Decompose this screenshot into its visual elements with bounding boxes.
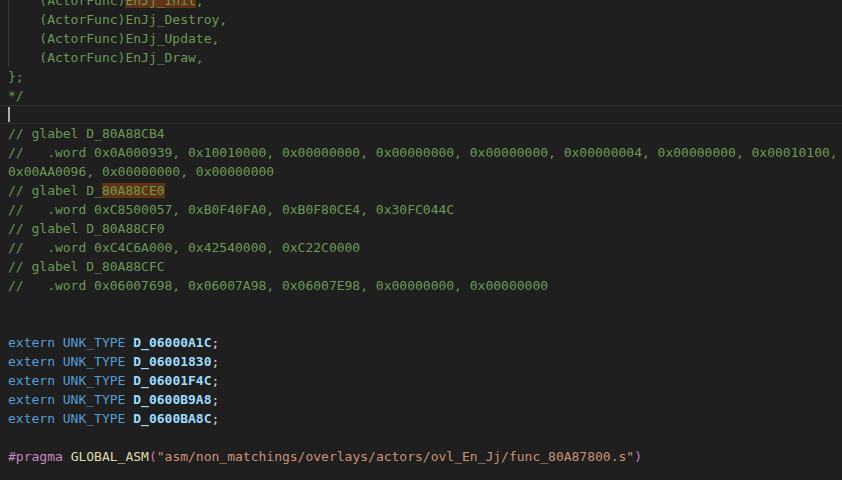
token-comment: , bbox=[196, 0, 204, 8]
code-line[interactable]: #pragma GLOBAL_ASM("asm/non_matchings/ov… bbox=[0, 447, 842, 466]
code-line-current[interactable] bbox=[0, 105, 842, 124]
code-line[interactable]: */ bbox=[0, 86, 842, 105]
token-comment: // .word 0x06007698, 0x06007A98, 0x06007… bbox=[8, 278, 548, 293]
token-bracket: ) bbox=[634, 449, 642, 464]
token-plain bbox=[55, 335, 63, 350]
token-comment: // glabel D_ bbox=[8, 183, 102, 198]
token-keyword: extern bbox=[8, 354, 55, 369]
token-plain bbox=[63, 449, 71, 464]
code-line[interactable]: // glabel D_80A88CE0 bbox=[0, 181, 842, 200]
token-punct: ; bbox=[212, 373, 220, 388]
code-line[interactable]: // .word 0x06007698, 0x06007A98, 0x06007… bbox=[0, 276, 842, 295]
code-line[interactable] bbox=[0, 428, 842, 447]
token-punct: ; bbox=[212, 411, 220, 426]
token-comment: // .word 0x0A000939, 0x10010000, 0x00000… bbox=[8, 145, 842, 179]
token-type: UNK_TYPE bbox=[63, 373, 126, 388]
token-type: UNK_TYPE bbox=[63, 354, 126, 369]
token-pragma_directive: #pragma bbox=[8, 449, 63, 464]
code-line[interactable]: (ActorFunc)EnJj_Update, bbox=[0, 29, 842, 48]
find-match-highlight: 80A88CE0 bbox=[102, 183, 165, 198]
token-keyword: extern bbox=[8, 411, 55, 426]
token-keyword: extern bbox=[8, 335, 55, 350]
code-line[interactable] bbox=[0, 295, 842, 314]
token-type: UNK_TYPE bbox=[63, 392, 126, 407]
code-line[interactable]: (ActorFunc)EnJj_Init, bbox=[0, 0, 842, 10]
token-punct: ; bbox=[212, 392, 220, 407]
token-plain bbox=[55, 392, 63, 407]
code-line[interactable]: (ActorFunc)EnJj_Draw, bbox=[0, 48, 842, 67]
code-line[interactable]: // .word 0xC8500057, 0xB0F40FA0, 0xB0F80… bbox=[0, 200, 842, 219]
token-keyword: extern bbox=[8, 373, 55, 388]
code-editor[interactable]: (ActorFunc)EnJj_Init, (ActorFunc)EnJj_De… bbox=[0, 0, 842, 480]
code-line[interactable] bbox=[0, 314, 842, 333]
find-match-highlight: EnJj_Init bbox=[125, 0, 195, 8]
token-comment: // .word 0xC8500057, 0xB0F40FA0, 0xB0F80… bbox=[8, 202, 454, 217]
token-type: UNK_TYPE bbox=[63, 335, 126, 350]
token-comment: // glabel D_80A88CFC bbox=[8, 259, 165, 274]
token-comment: (ActorFunc)EnJj_Destroy, bbox=[8, 12, 227, 27]
token-variable: D_0600B9A8 bbox=[133, 392, 211, 407]
code-line[interactable]: // glabel D_80A88CFC bbox=[0, 257, 842, 276]
token-comment: }; bbox=[8, 69, 24, 84]
token-plain bbox=[55, 354, 63, 369]
token-comment: */ bbox=[8, 88, 24, 103]
token-variable: D_06000A1C bbox=[133, 335, 211, 350]
token-variable: D_06001830 bbox=[133, 354, 211, 369]
code-line[interactable]: }; bbox=[0, 67, 842, 86]
code-line[interactable]: // glabel D_80A88CB4 bbox=[0, 124, 842, 143]
code-line[interactable]: extern UNK_TYPE D_0600B9A8; bbox=[0, 390, 842, 409]
token-plain bbox=[55, 373, 63, 388]
token-comment: (ActorFunc)EnJj_Draw, bbox=[8, 50, 204, 65]
token-comment: // glabel D_80A88CF0 bbox=[8, 221, 165, 236]
token-punct: ; bbox=[212, 335, 220, 350]
text-cursor bbox=[8, 107, 10, 122]
token-keyword: extern bbox=[8, 392, 55, 407]
code-line[interactable]: extern UNK_TYPE D_06000A1C; bbox=[0, 333, 842, 352]
token-comment: (ActorFunc) bbox=[8, 0, 125, 8]
code-line[interactable]: // .word 0xC4C6A000, 0x42540000, 0xC22C0… bbox=[0, 238, 842, 257]
code-line[interactable]: // .word 0x0A000939, 0x10010000, 0x00000… bbox=[0, 143, 842, 181]
token-comment: (ActorFunc)EnJj_Update, bbox=[8, 31, 219, 46]
code-lines: (ActorFunc)EnJj_Init, (ActorFunc)EnJj_De… bbox=[0, 0, 842, 466]
code-line[interactable]: extern UNK_TYPE D_06001830; bbox=[0, 352, 842, 371]
token-variable: D_06001F4C bbox=[133, 373, 211, 388]
token-macro: GLOBAL_ASM bbox=[71, 449, 149, 464]
token-type: UNK_TYPE bbox=[63, 411, 126, 426]
token-comment: // glabel D_80A88CB4 bbox=[8, 126, 165, 141]
code-line[interactable]: extern UNK_TYPE D_0600BA8C; bbox=[0, 409, 842, 428]
token-comment: // .word 0xC4C6A000, 0x42540000, 0xC22C0… bbox=[8, 240, 360, 255]
code-line[interactable]: (ActorFunc)EnJj_Destroy, bbox=[0, 10, 842, 29]
token-variable: D_0600BA8C bbox=[133, 411, 211, 426]
code-line[interactable]: extern UNK_TYPE D_06001F4C; bbox=[0, 371, 842, 390]
token-bracket: ( bbox=[149, 449, 157, 464]
indent-guide bbox=[8, 0, 9, 67]
code-line[interactable]: // glabel D_80A88CF0 bbox=[0, 219, 842, 238]
token-plain bbox=[55, 411, 63, 426]
token-punct: ; bbox=[212, 354, 220, 369]
token-string: "asm/non_matchings/overlays/actors/ovl_E… bbox=[157, 449, 634, 464]
